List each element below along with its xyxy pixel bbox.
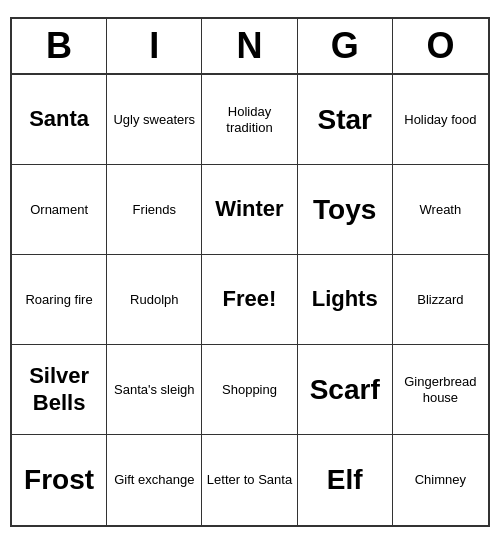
header-letter: I (107, 19, 202, 73)
cell-text: Ugly sweaters (113, 112, 195, 128)
bingo-cell[interactable]: Holiday tradition (202, 75, 297, 165)
bingo-cell[interactable]: Winter (202, 165, 297, 255)
cell-text: Ornament (30, 202, 88, 218)
bingo-cell[interactable]: Scarf (298, 345, 393, 435)
cell-text: Friends (133, 202, 176, 218)
bingo-cell[interactable]: Elf (298, 435, 393, 525)
bingo-cell[interactable]: Gingerbread house (393, 345, 488, 435)
bingo-cell[interactable]: Roaring fire (12, 255, 107, 345)
bingo-grid: SantaUgly sweatersHoliday traditionStarH… (12, 75, 488, 525)
cell-text: Gift exchange (114, 472, 194, 488)
bingo-cell[interactable]: Gift exchange (107, 435, 202, 525)
cell-text: Shopping (222, 382, 277, 398)
cell-text: Santa (29, 106, 89, 132)
cell-text: Rudolph (130, 292, 178, 308)
cell-text: Holiday food (404, 112, 476, 128)
cell-text: Roaring fire (25, 292, 92, 308)
bingo-header: BINGO (12, 19, 488, 75)
bingo-cell[interactable]: Lights (298, 255, 393, 345)
cell-text: Wreath (420, 202, 462, 218)
bingo-cell[interactable]: Free! (202, 255, 297, 345)
bingo-cell[interactable]: Santa (12, 75, 107, 165)
bingo-cell[interactable]: Silver Bells (12, 345, 107, 435)
bingo-cell[interactable]: Friends (107, 165, 202, 255)
cell-text: Blizzard (417, 292, 463, 308)
cell-text: Holiday tradition (206, 104, 292, 135)
header-letter: G (298, 19, 393, 73)
header-letter: N (202, 19, 297, 73)
cell-text: Santa's sleigh (114, 382, 195, 398)
header-letter: B (12, 19, 107, 73)
cell-text: Letter to Santa (207, 472, 292, 488)
bingo-cell[interactable]: Letter to Santa (202, 435, 297, 525)
bingo-cell[interactable]: Rudolph (107, 255, 202, 345)
bingo-card: BINGO SantaUgly sweatersHoliday traditio… (10, 17, 490, 527)
cell-text: Chimney (415, 472, 466, 488)
bingo-cell[interactable]: Frost (12, 435, 107, 525)
cell-text: Winter (215, 196, 283, 222)
bingo-cell[interactable]: Chimney (393, 435, 488, 525)
bingo-cell[interactable]: Ugly sweaters (107, 75, 202, 165)
bingo-cell[interactable]: Santa's sleigh (107, 345, 202, 435)
cell-text: Silver Bells (16, 363, 102, 416)
bingo-cell[interactable]: Ornament (12, 165, 107, 255)
bingo-cell[interactable]: Shopping (202, 345, 297, 435)
bingo-cell[interactable]: Star (298, 75, 393, 165)
cell-text: Frost (24, 463, 94, 497)
bingo-cell[interactable]: Blizzard (393, 255, 488, 345)
cell-text: Free! (223, 286, 277, 312)
cell-text: Star (317, 103, 371, 137)
cell-text: Elf (327, 463, 363, 497)
bingo-cell[interactable]: Holiday food (393, 75, 488, 165)
cell-text: Gingerbread house (397, 374, 484, 405)
header-letter: O (393, 19, 488, 73)
cell-text: Scarf (310, 373, 380, 407)
bingo-cell[interactable]: Toys (298, 165, 393, 255)
bingo-cell[interactable]: Wreath (393, 165, 488, 255)
cell-text: Lights (312, 286, 378, 312)
cell-text: Toys (313, 193, 376, 227)
